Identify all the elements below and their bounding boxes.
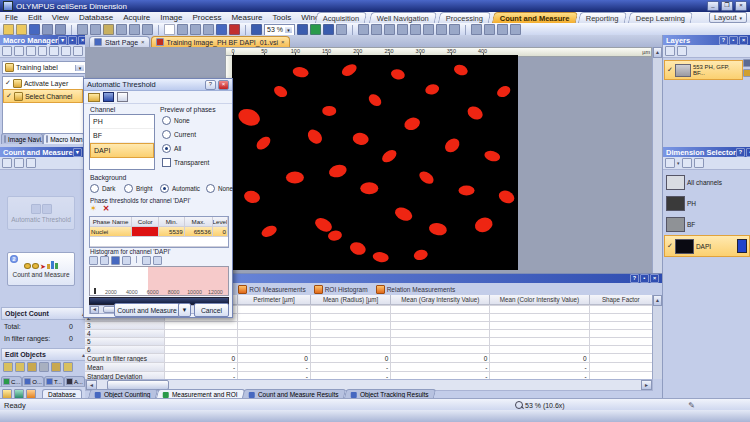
nucleus-object[interactable] <box>360 182 378 194</box>
magnifier-icon[interactable] <box>251 24 262 35</box>
workflow-tab-processing[interactable]: Processing <box>437 12 490 23</box>
menu-database[interactable]: Database <box>74 13 118 22</box>
edit-object-tool-icon[interactable] <box>39 362 49 372</box>
pointer-icon[interactable] <box>164 24 175 35</box>
copy-icon[interactable] <box>90 24 101 35</box>
close-icon[interactable]: × <box>739 36 748 45</box>
copy-icon[interactable] <box>117 92 128 102</box>
ok-dropdown-icon[interactable]: ▾ <box>178 303 191 317</box>
scroll-up-icon[interactable]: ▲ <box>653 295 662 306</box>
macro-tool-icon[interactable] <box>14 46 24 56</box>
channel-row-all-channels[interactable]: All channels <box>664 172 750 192</box>
visibility-check-icon[interactable]: ✓ <box>667 242 673 250</box>
menu-image[interactable]: Image <box>155 13 187 22</box>
hand-icon[interactable] <box>177 24 188 35</box>
macro-tool-icon[interactable] <box>26 46 36 56</box>
channel-row-ph[interactable]: PH <box>664 193 750 213</box>
macro-tool-icon[interactable] <box>49 46 59 56</box>
nucleus-object[interactable] <box>340 62 359 79</box>
layout2-icon[interactable] <box>484 24 495 35</box>
count-and-measure-ok-button[interactable]: Count and Measure <box>114 303 180 317</box>
close-icon[interactable]: × <box>650 274 659 283</box>
nucleus-object[interactable] <box>413 248 429 261</box>
training-label-select[interactable]: Training label ▾ <box>2 61 87 74</box>
zoom-out-icon[interactable] <box>100 256 109 265</box>
undo-icon[interactable] <box>116 24 127 35</box>
redo-icon[interactable] <box>129 24 140 35</box>
nucleus-object[interactable] <box>459 185 475 195</box>
menu-acquire[interactable]: Acquire <box>118 13 155 22</box>
edit-icon[interactable] <box>743 69 750 77</box>
tool-window-tab[interactable]: T... <box>44 376 64 386</box>
add-phase-icon[interactable]: ✶ <box>90 205 97 213</box>
save-icon[interactable] <box>29 24 40 35</box>
channel-row-dapi[interactable]: ✓DAPI <box>664 235 750 257</box>
nucleus-object[interactable] <box>428 222 448 237</box>
nucleus-object[interactable] <box>243 189 262 205</box>
nucleus-object[interactable] <box>465 104 485 122</box>
nucleus-object[interactable] <box>328 163 348 179</box>
table-row[interactable]: 6 <box>85 346 653 354</box>
background-radio-bright[interactable]: Bright <box>124 184 152 193</box>
phase-color-cell[interactable] <box>132 227 159 236</box>
cut-icon[interactable] <box>77 24 88 35</box>
arrow-icon[interactable] <box>371 24 382 35</box>
column-header[interactable]: Mean (Gray Intensity Value) <box>391 295 490 305</box>
workflow-tab-count-and-measure[interactable]: Count and Measure <box>491 12 577 23</box>
macro-step-select-channel[interactable]: ✓Select Channel <box>3 89 83 103</box>
column-header[interactable]: Mean (Radius) [µm] <box>311 295 391 305</box>
minimize-button[interactable]: _ <box>707 1 719 11</box>
save-icon[interactable] <box>103 92 114 102</box>
delete-phase-icon[interactable]: ✕ <box>103 205 110 213</box>
column-header[interactable]: Shape Factor <box>590 295 653 305</box>
document-tab[interactable]: Training Image_PH BF DAPI_01.vsi× <box>151 36 290 47</box>
cm-tool-icon[interactable] <box>26 158 36 168</box>
macro-step-activate-layer[interactable]: ✓Activate Layer <box>3 77 83 89</box>
settings-icon[interactable] <box>694 158 704 168</box>
copy-chart-icon[interactable] <box>142 256 151 265</box>
edit-object-tool-icon[interactable] <box>63 362 73 372</box>
histogram-plot[interactable]: 20004000600080001000012000 <box>89 266 229 296</box>
phase-max-cell[interactable]: 65536 <box>185 227 213 236</box>
nucleus-object[interactable] <box>236 106 262 129</box>
check-icon[interactable]: ✓ <box>6 92 12 100</box>
save-all-icon[interactable] <box>42 24 53 35</box>
edit-object-tool-icon[interactable] <box>27 362 37 372</box>
workflow-tab-deep-learning[interactable]: Deep Learning <box>628 12 694 23</box>
edit-object-tool-icon[interactable] <box>15 362 25 372</box>
annotate-icon[interactable] <box>358 24 369 35</box>
text-icon[interactable] <box>410 24 421 35</box>
help-icon[interactable]: ? <box>736 148 745 157</box>
results-tab-roi-measurements[interactable]: ROI Measurements <box>238 285 305 294</box>
phase-level-cell[interactable]: 0 <box>213 227 228 236</box>
channel-color-chip[interactable] <box>737 239 747 253</box>
nucleus-object[interactable] <box>327 229 343 241</box>
nucleus-object[interactable] <box>313 215 335 234</box>
nucleus-object[interactable] <box>495 84 512 100</box>
zoom-100-icon[interactable] <box>323 24 334 35</box>
close-tab-icon[interactable]: × <box>281 39 285 45</box>
table-row[interactable]: 3 <box>85 322 653 330</box>
nucleus-object[interactable] <box>403 115 422 132</box>
background-radio-automatic[interactable]: Automatic <box>160 184 200 193</box>
panel-tab[interactable]: Macro Man... <box>43 133 85 144</box>
check-icon[interactable]: ✓ <box>5 79 11 87</box>
column-header[interactable]: Perimeter [µm] <box>238 295 311 305</box>
nucleus-object[interactable] <box>272 84 289 100</box>
preview-radio-all[interactable]: All <box>162 144 181 153</box>
line-icon[interactable] <box>203 24 214 35</box>
zoom-fit-icon[interactable] <box>111 256 120 265</box>
nucleus-object[interactable] <box>305 127 325 147</box>
menu-file[interactable]: File <box>0 13 23 22</box>
channel-option-bf[interactable]: BF <box>90 129 154 143</box>
close-button[interactable]: × <box>735 1 747 11</box>
link-icon[interactable] <box>682 158 692 168</box>
layout-button[interactable]: Layout ▾ <box>709 12 747 23</box>
rect-icon[interactable] <box>384 24 395 35</box>
grid-icon[interactable] <box>436 24 447 35</box>
menu-process[interactable]: Process <box>188 13 227 22</box>
marker-icon[interactable] <box>216 24 227 35</box>
macro-tool-icon[interactable] <box>2 46 12 56</box>
channel-row-bf[interactable]: BF <box>664 214 750 234</box>
table-row[interactable]: 4 <box>85 330 653 338</box>
